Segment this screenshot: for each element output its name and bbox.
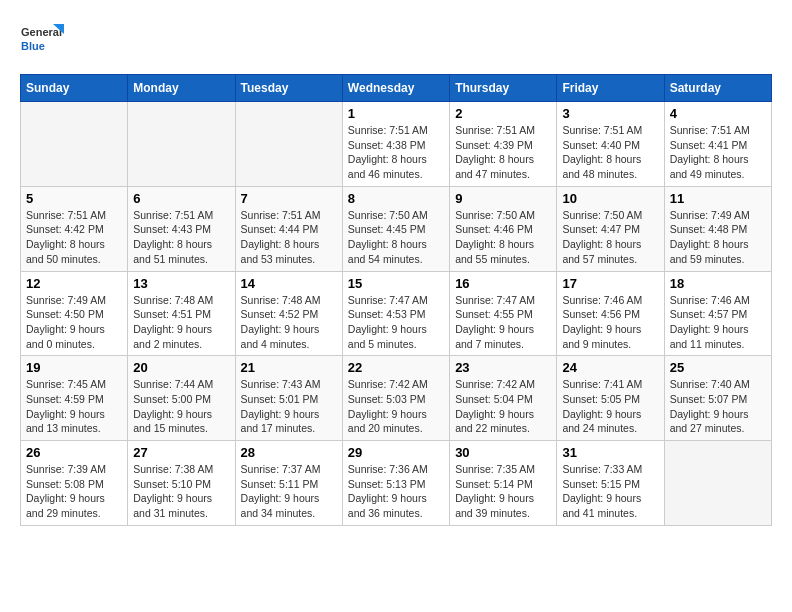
day-number: 13 <box>133 276 229 291</box>
day-info: Sunrise: 7:39 AMSunset: 5:08 PMDaylight:… <box>26 462 122 521</box>
day-number: 6 <box>133 191 229 206</box>
day-number: 18 <box>670 276 766 291</box>
calendar-cell: 10Sunrise: 7:50 AMSunset: 4:47 PMDayligh… <box>557 186 664 271</box>
svg-text:General: General <box>21 26 62 38</box>
day-number: 15 <box>348 276 444 291</box>
day-info: Sunrise: 7:48 AMSunset: 4:52 PMDaylight:… <box>241 293 337 352</box>
day-info: Sunrise: 7:51 AMSunset: 4:42 PMDaylight:… <box>26 208 122 267</box>
calendar-cell: 3Sunrise: 7:51 AMSunset: 4:40 PMDaylight… <box>557 102 664 187</box>
weekday-header: Saturday <box>664 75 771 102</box>
calendar-cell <box>664 441 771 526</box>
weekday-header: Friday <box>557 75 664 102</box>
calendar-table: SundayMondayTuesdayWednesdayThursdayFrid… <box>20 74 772 526</box>
day-info: Sunrise: 7:37 AMSunset: 5:11 PMDaylight:… <box>241 462 337 521</box>
calendar-cell: 18Sunrise: 7:46 AMSunset: 4:57 PMDayligh… <box>664 271 771 356</box>
calendar-cell: 29Sunrise: 7:36 AMSunset: 5:13 PMDayligh… <box>342 441 449 526</box>
day-number: 24 <box>562 360 658 375</box>
day-info: Sunrise: 7:51 AMSunset: 4:43 PMDaylight:… <box>133 208 229 267</box>
day-number: 22 <box>348 360 444 375</box>
day-number: 26 <box>26 445 122 460</box>
calendar-cell: 25Sunrise: 7:40 AMSunset: 5:07 PMDayligh… <box>664 356 771 441</box>
weekday-header: Sunday <box>21 75 128 102</box>
calendar-cell: 12Sunrise: 7:49 AMSunset: 4:50 PMDayligh… <box>21 271 128 356</box>
day-info: Sunrise: 7:51 AMSunset: 4:41 PMDaylight:… <box>670 123 766 182</box>
day-info: Sunrise: 7:49 AMSunset: 4:50 PMDaylight:… <box>26 293 122 352</box>
day-number: 14 <box>241 276 337 291</box>
day-info: Sunrise: 7:49 AMSunset: 4:48 PMDaylight:… <box>670 208 766 267</box>
calendar-cell <box>128 102 235 187</box>
day-info: Sunrise: 7:38 AMSunset: 5:10 PMDaylight:… <box>133 462 229 521</box>
day-info: Sunrise: 7:48 AMSunset: 4:51 PMDaylight:… <box>133 293 229 352</box>
calendar-week-row: 1Sunrise: 7:51 AMSunset: 4:38 PMDaylight… <box>21 102 772 187</box>
calendar-week-row: 5Sunrise: 7:51 AMSunset: 4:42 PMDaylight… <box>21 186 772 271</box>
day-number: 3 <box>562 106 658 121</box>
day-number: 31 <box>562 445 658 460</box>
weekday-header: Monday <box>128 75 235 102</box>
day-number: 25 <box>670 360 766 375</box>
day-number: 19 <box>26 360 122 375</box>
day-number: 1 <box>348 106 444 121</box>
day-number: 17 <box>562 276 658 291</box>
day-info: Sunrise: 7:45 AMSunset: 4:59 PMDaylight:… <box>26 377 122 436</box>
day-info: Sunrise: 7:43 AMSunset: 5:01 PMDaylight:… <box>241 377 337 436</box>
day-number: 27 <box>133 445 229 460</box>
day-info: Sunrise: 7:44 AMSunset: 5:00 PMDaylight:… <box>133 377 229 436</box>
day-number: 28 <box>241 445 337 460</box>
calendar-cell: 15Sunrise: 7:47 AMSunset: 4:53 PMDayligh… <box>342 271 449 356</box>
day-info: Sunrise: 7:51 AMSunset: 4:39 PMDaylight:… <box>455 123 551 182</box>
day-number: 29 <box>348 445 444 460</box>
calendar-cell: 1Sunrise: 7:51 AMSunset: 4:38 PMDaylight… <box>342 102 449 187</box>
calendar-cell: 17Sunrise: 7:46 AMSunset: 4:56 PMDayligh… <box>557 271 664 356</box>
calendar-cell: 8Sunrise: 7:50 AMSunset: 4:45 PMDaylight… <box>342 186 449 271</box>
day-number: 2 <box>455 106 551 121</box>
calendar-cell: 2Sunrise: 7:51 AMSunset: 4:39 PMDaylight… <box>450 102 557 187</box>
day-info: Sunrise: 7:47 AMSunset: 4:55 PMDaylight:… <box>455 293 551 352</box>
day-info: Sunrise: 7:36 AMSunset: 5:13 PMDaylight:… <box>348 462 444 521</box>
day-number: 7 <box>241 191 337 206</box>
logo-icon: General Blue <box>20 20 64 64</box>
calendar-cell: 23Sunrise: 7:42 AMSunset: 5:04 PMDayligh… <box>450 356 557 441</box>
day-info: Sunrise: 7:51 AMSunset: 4:44 PMDaylight:… <box>241 208 337 267</box>
day-info: Sunrise: 7:35 AMSunset: 5:14 PMDaylight:… <box>455 462 551 521</box>
day-number: 8 <box>348 191 444 206</box>
day-number: 11 <box>670 191 766 206</box>
weekday-header-row: SundayMondayTuesdayWednesdayThursdayFrid… <box>21 75 772 102</box>
day-info: Sunrise: 7:42 AMSunset: 5:03 PMDaylight:… <box>348 377 444 436</box>
svg-text:Blue: Blue <box>21 40 45 52</box>
calendar-cell: 30Sunrise: 7:35 AMSunset: 5:14 PMDayligh… <box>450 441 557 526</box>
calendar-week-row: 12Sunrise: 7:49 AMSunset: 4:50 PMDayligh… <box>21 271 772 356</box>
calendar-cell: 26Sunrise: 7:39 AMSunset: 5:08 PMDayligh… <box>21 441 128 526</box>
day-info: Sunrise: 7:51 AMSunset: 4:40 PMDaylight:… <box>562 123 658 182</box>
day-info: Sunrise: 7:41 AMSunset: 5:05 PMDaylight:… <box>562 377 658 436</box>
day-number: 30 <box>455 445 551 460</box>
calendar-cell: 31Sunrise: 7:33 AMSunset: 5:15 PMDayligh… <box>557 441 664 526</box>
calendar-cell: 5Sunrise: 7:51 AMSunset: 4:42 PMDaylight… <box>21 186 128 271</box>
day-info: Sunrise: 7:50 AMSunset: 4:46 PMDaylight:… <box>455 208 551 267</box>
day-number: 5 <box>26 191 122 206</box>
calendar-cell <box>21 102 128 187</box>
day-number: 10 <box>562 191 658 206</box>
day-info: Sunrise: 7:46 AMSunset: 4:57 PMDaylight:… <box>670 293 766 352</box>
page-header: General Blue <box>20 20 772 64</box>
day-number: 9 <box>455 191 551 206</box>
calendar-cell: 24Sunrise: 7:41 AMSunset: 5:05 PMDayligh… <box>557 356 664 441</box>
day-info: Sunrise: 7:50 AMSunset: 4:45 PMDaylight:… <box>348 208 444 267</box>
calendar-cell: 16Sunrise: 7:47 AMSunset: 4:55 PMDayligh… <box>450 271 557 356</box>
day-number: 4 <box>670 106 766 121</box>
day-info: Sunrise: 7:51 AMSunset: 4:38 PMDaylight:… <box>348 123 444 182</box>
day-info: Sunrise: 7:50 AMSunset: 4:47 PMDaylight:… <box>562 208 658 267</box>
calendar-cell: 13Sunrise: 7:48 AMSunset: 4:51 PMDayligh… <box>128 271 235 356</box>
day-number: 12 <box>26 276 122 291</box>
day-info: Sunrise: 7:46 AMSunset: 4:56 PMDaylight:… <box>562 293 658 352</box>
calendar-cell: 7Sunrise: 7:51 AMSunset: 4:44 PMDaylight… <box>235 186 342 271</box>
calendar-cell: 20Sunrise: 7:44 AMSunset: 5:00 PMDayligh… <box>128 356 235 441</box>
weekday-header: Tuesday <box>235 75 342 102</box>
day-number: 20 <box>133 360 229 375</box>
calendar-week-row: 26Sunrise: 7:39 AMSunset: 5:08 PMDayligh… <box>21 441 772 526</box>
calendar-cell: 9Sunrise: 7:50 AMSunset: 4:46 PMDaylight… <box>450 186 557 271</box>
day-number: 21 <box>241 360 337 375</box>
day-number: 23 <box>455 360 551 375</box>
calendar-cell: 4Sunrise: 7:51 AMSunset: 4:41 PMDaylight… <box>664 102 771 187</box>
calendar-cell: 11Sunrise: 7:49 AMSunset: 4:48 PMDayligh… <box>664 186 771 271</box>
day-number: 16 <box>455 276 551 291</box>
